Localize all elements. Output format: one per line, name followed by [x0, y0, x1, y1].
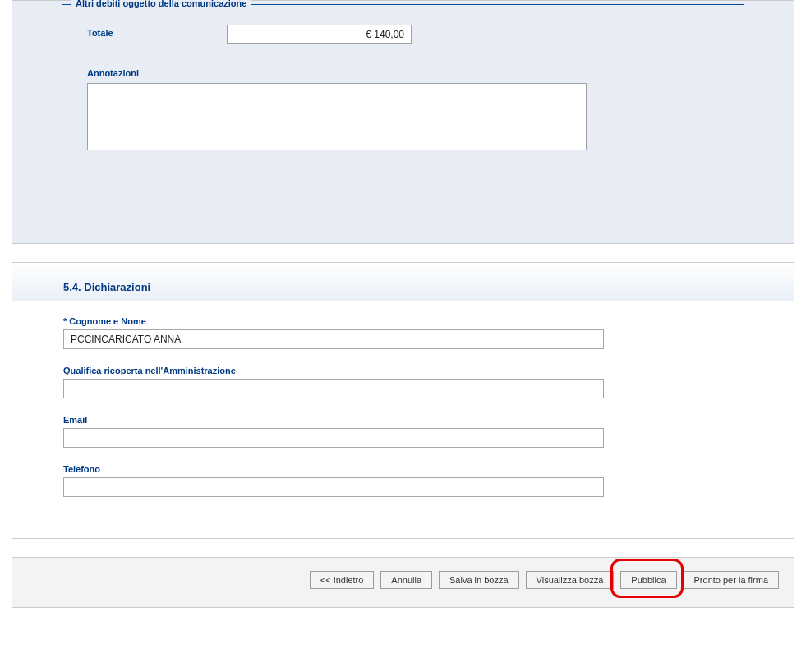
- label-totale: Totale: [87, 25, 227, 38]
- section-title: 5.4. Dichiarazioni: [63, 281, 794, 293]
- label-email: Email: [63, 415, 743, 425]
- label-telefono: Telefono: [63, 464, 743, 474]
- panel-dichiarazioni: 5.4. Dichiarazioni * Cognome e Nome Qual…: [12, 262, 794, 539]
- cancel-button[interactable]: Annulla: [380, 571, 432, 589]
- label-cognome: * Cognome e Nome: [63, 316, 743, 326]
- fieldset-altri-debiti: Altri debiti oggetto della comunicazione…: [62, 4, 744, 177]
- row-totale: Totale: [87, 25, 719, 44]
- input-totale[interactable]: [227, 25, 412, 44]
- back-button[interactable]: << Indietro: [310, 571, 375, 589]
- row-annotazioni: Annotazioni: [87, 68, 719, 152]
- label-qualifica: Qualifica ricoperta nell'Amministrazione: [63, 366, 743, 375]
- footer-actions: << Indietro Annulla Salva in bozza Visua…: [12, 557, 794, 608]
- publish-button[interactable]: Pubblica: [620, 571, 676, 589]
- input-telefono[interactable]: [63, 477, 604, 497]
- field-telefono: Telefono: [63, 464, 743, 497]
- input-cognome[interactable]: [63, 329, 604, 349]
- field-cognome: * Cognome e Nome: [63, 316, 743, 349]
- field-email: Email: [63, 415, 743, 448]
- ready-sign-button[interactable]: Pronto per la firma: [684, 571, 779, 589]
- panel-altri-debiti: Altri debiti oggetto della comunicazione…: [12, 0, 794, 244]
- section-header: 5.4. Dichiarazioni: [12, 263, 794, 301]
- form-body: * Cognome e Nome Qualifica ricoperta nel…: [12, 301, 794, 497]
- fieldset-legend: Altri debiti oggetto della comunicazione: [71, 0, 251, 8]
- field-qualifica: Qualifica ricoperta nell'Amministrazione: [63, 366, 743, 398]
- save-draft-button[interactable]: Salva in bozza: [439, 571, 519, 589]
- view-draft-button[interactable]: Visualizza bozza: [526, 571, 615, 589]
- textarea-wrap: [87, 83, 587, 152]
- textarea-annotazioni[interactable]: [87, 83, 587, 150]
- input-email[interactable]: [63, 428, 604, 448]
- page-root: Altri debiti oggetto della comunicazione…: [0, 0, 806, 608]
- input-qualifica[interactable]: [63, 379, 604, 398]
- label-annotazioni: Annotazioni: [87, 68, 719, 78]
